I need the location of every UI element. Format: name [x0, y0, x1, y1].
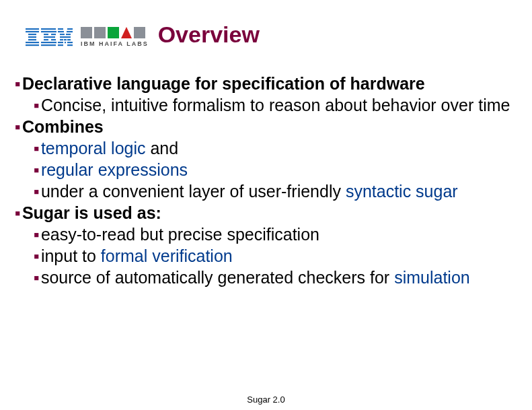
svg-rect-12 — [44, 39, 48, 40]
svg-rect-19 — [67, 31, 73, 32]
bullet-level2: ▪source of automatically generated check… — [34, 267, 519, 288]
svg-rect-27 — [65, 42, 66, 43]
bullet-level2: ▪input to formal verification — [34, 245, 519, 267]
svg-rect-1 — [26, 31, 39, 32]
svg-rect-10 — [51, 34, 56, 35]
bullet-text: source of automatically generated checke… — [41, 268, 394, 287]
svg-rect-13 — [51, 39, 56, 40]
svg-rect-0 — [26, 28, 39, 30]
svg-rect-18 — [58, 31, 64, 32]
svg-rect-14 — [41, 42, 56, 43]
bullet-level2: ▪easy-to-read but precise specification — [34, 224, 519, 245]
bullet-text: easy-to-read but precise specification — [41, 225, 319, 244]
svg-rect-8 — [41, 31, 56, 32]
svg-rect-2 — [28, 34, 36, 35]
svg-rect-17 — [67, 28, 73, 30]
haifa-labs-logo: IBM HAIFA LABS — [81, 27, 149, 47]
slide-footer: Sugar 2.0 — [0, 395, 532, 405]
svg-rect-20 — [60, 34, 65, 35]
bullet-text: Combines — [22, 117, 104, 136]
svg-rect-29 — [58, 44, 63, 46]
svg-rect-3 — [28, 36, 36, 38]
term-simulation: simulation — [394, 268, 470, 287]
bullet-text: Concise, intuitive formalism to reason a… — [41, 96, 510, 114]
bullet-text: Declarative language for specification o… — [22, 74, 425, 93]
svg-rect-26 — [58, 42, 63, 43]
slide: IBM HAIFA LABS Overview ▪Declarative lan… — [0, 0, 532, 410]
bullet-text: under a convenient layer of user-friendl… — [41, 182, 346, 201]
svg-rect-4 — [28, 39, 36, 40]
svg-rect-11 — [44, 36, 55, 38]
svg-rect-28 — [67, 42, 73, 43]
bullet-text: and — [146, 139, 179, 158]
svg-rect-5 — [26, 42, 39, 43]
svg-rect-22 — [60, 36, 71, 38]
svg-rect-21 — [66, 34, 71, 35]
svg-rect-9 — [44, 34, 48, 35]
slide-content: ▪Declarative language for specification … — [15, 73, 519, 288]
slide-title: Overview — [158, 23, 260, 47]
term-syntactic-sugar: syntactic sugar — [346, 182, 458, 201]
bullet-text: input to — [41, 246, 101, 265]
ibm-logo-icon — [26, 28, 73, 47]
bullet-level2: ▪under a convenient layer of user-friend… — [34, 180, 519, 202]
bullet-level1: ▪Declarative language for specification … — [15, 73, 519, 94]
svg-rect-15 — [41, 44, 56, 46]
term-regular-expressions: regular expressions — [41, 160, 188, 179]
term-formal-verification: formal verification — [101, 246, 233, 265]
svg-rect-23 — [60, 39, 63, 40]
bullet-level2: ▪Concise, intuitive formalism to reason … — [34, 94, 519, 116]
term-temporal-logic: temporal logic — [41, 139, 146, 158]
bullet-level2: ▪temporal logic and — [34, 137, 519, 159]
bullet-level1: ▪Sugar is used as: — [15, 202, 519, 224]
svg-rect-30 — [67, 44, 73, 46]
svg-rect-6 — [26, 44, 39, 46]
svg-rect-7 — [41, 28, 56, 30]
bullet-level2: ▪regular expressions — [34, 159, 519, 180]
svg-rect-24 — [64, 39, 67, 40]
svg-rect-25 — [67, 39, 71, 40]
slide-header: IBM HAIFA LABS Overview — [26, 16, 519, 47]
bullet-level1: ▪Combines — [15, 116, 519, 137]
haifa-labs-text: IBM HAIFA LABS — [81, 40, 149, 47]
bullet-text: Sugar is used as: — [22, 203, 161, 222]
svg-rect-16 — [58, 28, 63, 30]
haifa-shapes-icon — [81, 27, 145, 38]
